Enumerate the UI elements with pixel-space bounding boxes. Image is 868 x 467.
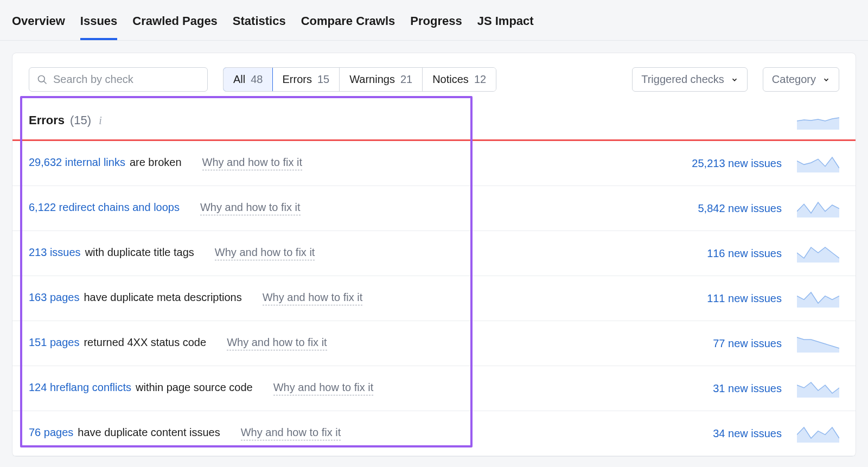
tab-statistics[interactable]: Statistics [233,8,286,40]
segment-count: 15 [317,73,329,86]
issue-text: 213 issues with duplicate title tagsWhy … [29,246,315,260]
issue-link[interactable]: 124 hreflang conflicts [29,381,131,394]
segment-label: Warnings [349,73,395,86]
tab-js-impact[interactable]: JS Impact [477,8,534,40]
category-label: Category [772,73,816,86]
issue-link[interactable]: 151 pages [29,336,79,349]
issue-suffix: with duplicate title tags [85,246,194,259]
new-issues-link[interactable]: 31 new issues [713,382,782,395]
tab-overview[interactable]: Overview [12,8,65,40]
tab-crawled-pages[interactable]: Crawled Pages [132,8,218,40]
fix-hint-link[interactable]: Why and how to fix it [241,426,341,440]
segment-count: 48 [251,73,263,86]
segment-label: All [233,73,245,86]
sparkline [797,334,839,353]
issue-link[interactable]: 213 issues [29,246,81,259]
issue-suffix: have duplicate meta descriptions [84,291,241,304]
triggered-checks-label: Triggered checks [641,73,724,86]
issue-link[interactable]: 76 pages [29,426,73,439]
new-issues-link[interactable]: 111 new issues [707,292,782,305]
issue-right: 5,842 new issues [698,199,839,217]
issue-suffix: have duplicate content issues [78,426,220,439]
issue-row: 6,122 redirect chains and loopsWhy and h… [12,186,856,231]
segment-count: 12 [474,73,486,86]
issue-suffix: are broken [130,156,182,169]
new-issues-link[interactable]: 34 new issues [713,427,782,440]
new-issues-link[interactable]: 77 new issues [713,337,782,350]
nav-tabs: OverviewIssuesCrawled PagesStatisticsCom… [0,0,868,41]
sparkline [797,154,839,172]
issue-right: 25,213 new issues [692,154,839,172]
search-icon [37,74,48,85]
triggered-checks-dropdown[interactable]: Triggered checks [632,67,748,92]
issue-right: 34 new issues [713,424,839,443]
toolbar: All48Errors15Warnings21Notices12 Trigger… [12,53,856,106]
tab-issues[interactable]: Issues [80,8,118,40]
fix-hint-link[interactable]: Why and how to fix it [263,291,363,305]
info-icon[interactable]: i [99,114,102,127]
section-header: Errors (15) i [12,106,856,139]
chevron-down-icon [731,76,738,84]
tab-compare-crawls[interactable]: Compare Crawls [301,8,395,40]
segment-warnings[interactable]: Warnings21 [340,68,423,91]
svg-point-0 [39,75,45,82]
issue-suffix: returned 4XX status code [84,336,206,349]
issue-text: 6,122 redirect chains and loopsWhy and h… [29,201,301,215]
category-dropdown[interactable]: Category [763,67,839,92]
search-input[interactable] [53,73,200,86]
segment-label: Notices [432,73,469,86]
sparkline [797,424,839,443]
sparkline [797,379,839,398]
segment-count: 21 [400,73,412,86]
segment-label: Errors [282,73,311,86]
issue-link[interactable]: 6,122 redirect chains and loops [29,201,180,214]
fix-hint-link[interactable]: Why and how to fix it [202,156,303,170]
svg-line-1 [44,81,47,84]
sparkline [797,199,839,217]
issue-row: 163 pages have duplicate meta descriptio… [12,276,856,321]
issue-row: 29,632 internal links are brokenWhy and … [12,141,856,186]
issues-panel: All48Errors15Warnings21Notices12 Trigger… [12,53,856,457]
new-issues-link[interactable]: 116 new issues [707,247,782,260]
issue-right: 116 new issues [707,244,839,263]
issue-right: 77 new issues [713,334,839,353]
issue-row: 76 pages have duplicate content issuesWh… [12,411,856,456]
issue-right: 111 new issues [707,289,839,308]
issue-text: 151 pages returned 4XX status codeWhy an… [29,336,327,350]
issue-link[interactable]: 163 pages [29,291,79,304]
sparkline [797,111,839,130]
issue-text: 124 hreflang conflicts within page sourc… [29,381,373,395]
chevron-down-icon [822,76,830,84]
issue-row: 213 issues with duplicate title tagsWhy … [12,231,856,276]
issue-text: 76 pages have duplicate content issuesWh… [29,426,341,440]
sparkline [797,289,839,308]
issue-link[interactable]: 29,632 internal links [29,156,125,169]
sparkline [797,244,839,263]
segment-errors[interactable]: Errors15 [272,68,340,91]
issue-suffix: within page source code [136,381,253,394]
issue-text: 29,632 internal links are brokenWhy and … [29,156,302,170]
new-issues-link[interactable]: 5,842 new issues [698,202,782,215]
new-issues-link[interactable]: 25,213 new issues [692,157,782,170]
issue-text: 163 pages have duplicate meta descriptio… [29,291,362,305]
tab-progress[interactable]: Progress [410,8,462,40]
section-title: Errors [29,113,65,127]
section-count: (15) [70,113,91,127]
issue-row: 124 hreflang conflicts within page sourc… [12,366,856,411]
search-wrap[interactable] [29,67,208,92]
fix-hint-link[interactable]: Why and how to fix it [227,336,327,350]
fix-hint-link[interactable]: Why and how to fix it [200,201,301,215]
issue-row: 151 pages returned 4XX status codeWhy an… [12,321,856,366]
fix-hint-link[interactable]: Why and how to fix it [273,381,374,395]
fix-hint-link[interactable]: Why and how to fix it [215,246,315,260]
segment-all[interactable]: All48 [223,67,273,92]
segment-notices[interactable]: Notices12 [423,68,496,91]
issue-right: 31 new issues [713,379,839,398]
filter-segments: All48Errors15Warnings21Notices12 [223,67,496,92]
